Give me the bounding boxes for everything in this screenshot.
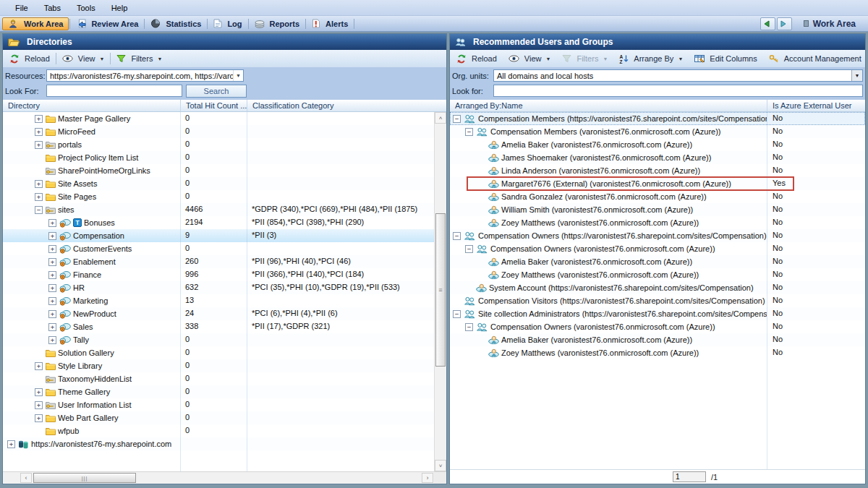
menu-tabs[interactable]: Tabs bbox=[36, 1, 69, 14]
table-row[interactable]: +Finance996*PII (366),*PHI (140),*PCI (1… bbox=[3, 268, 446, 281]
account-management-button[interactable]: Account Management ▼ bbox=[765, 53, 866, 64]
table-row[interactable]: +User Information List0 bbox=[3, 398, 446, 411]
expander-icon[interactable]: + bbox=[48, 271, 56, 279]
table-row[interactable]: −sites4466*GDPR (340),*PCI (669),*PHI (4… bbox=[3, 203, 446, 216]
tab-alerts[interactable]: Alerts bbox=[307, 17, 353, 30]
reload-button[interactable]: Reload bbox=[6, 53, 54, 65]
table-row[interactable]: +Enablement260*PII (96),*PHI (40),*PCI (… bbox=[3, 255, 446, 268]
table-row[interactable]: +Style Library0 bbox=[3, 359, 446, 372]
table-row[interactable]: Amelia Baker (varonistest76.onmicrosoft.… bbox=[450, 138, 865, 151]
table-row[interactable]: −Compensation Members (https://varoniste… bbox=[450, 112, 865, 125]
expander-icon[interactable]: − bbox=[465, 128, 473, 136]
table-row[interactable]: wfpub0 bbox=[3, 424, 446, 437]
tab-reports[interactable]: Reports bbox=[250, 17, 305, 30]
table-row[interactable]: −Site collection Administrators (https:/… bbox=[450, 307, 865, 320]
table-row[interactable]: +Sales338*PII (17),*GDPR (321) bbox=[3, 320, 446, 333]
column-header-directory[interactable]: Directory bbox=[3, 100, 180, 111]
table-row[interactable]: −Compensation Owners (varonistest76.onmi… bbox=[450, 320, 865, 333]
table-row[interactable]: −Compensation Owners (https://varonistes… bbox=[450, 229, 865, 242]
expander-icon[interactable]: + bbox=[35, 388, 43, 396]
scroll-left-arrow-icon[interactable]: ‹ bbox=[20, 473, 32, 483]
expander-icon[interactable]: + bbox=[35, 128, 43, 136]
horizontal-scrollbar[interactable]: ‹ ||| › bbox=[3, 471, 446, 484]
table-row[interactable]: Zoey Matthews (varonistest76.onmicrosoft… bbox=[450, 216, 865, 229]
table-row[interactable]: +Tally0 bbox=[3, 333, 446, 346]
column-header-is-azure-external-user[interactable]: Is Azure External User bbox=[767, 100, 865, 111]
expander-icon[interactable]: − bbox=[453, 310, 461, 318]
table-row[interactable]: +https://varonistest76-my.sharepoint.com bbox=[3, 437, 446, 450]
look-for-input[interactable] bbox=[46, 85, 182, 97]
resources-dropdown[interactable]: https://varonistest76-my.sharepoint.com,… bbox=[46, 69, 244, 82]
tab-statistics[interactable]: Statistics bbox=[145, 17, 206, 30]
view-button[interactable]: View ▼ bbox=[59, 53, 109, 64]
expander-icon[interactable]: + bbox=[7, 440, 15, 448]
scrollbar-thumb[interactable]: ||| bbox=[33, 473, 136, 483]
scroll-down-arrow-icon[interactable]: ˅ bbox=[435, 460, 446, 471]
table-row[interactable]: +Marketing13 bbox=[3, 294, 446, 307]
table-row[interactable]: +Site Assets0 bbox=[3, 177, 446, 190]
expander-icon[interactable]: + bbox=[48, 284, 56, 292]
expander-icon[interactable]: + bbox=[48, 245, 56, 253]
expander-icon[interactable]: + bbox=[48, 258, 56, 266]
table-row[interactable]: +MicroFeed0 bbox=[3, 125, 446, 138]
table-row[interactable]: Solution Gallery0 bbox=[3, 346, 446, 359]
search-button[interactable]: Search bbox=[186, 85, 247, 98]
menu-tools[interactable]: Tools bbox=[69, 1, 103, 14]
look-for-input[interactable] bbox=[493, 85, 863, 97]
table-row[interactable]: Zoey Matthews (varonistest76.onmicrosoft… bbox=[450, 346, 865, 359]
table-row[interactable]: −Compensation Members (varonistest76.onm… bbox=[450, 125, 865, 138]
vertical-scrollbar[interactable]: ˄ ≡ ˅ bbox=[434, 112, 446, 471]
scrollbar-thumb[interactable]: ≡ bbox=[435, 213, 446, 367]
table-row[interactable]: Linda Anderson (varonistest76.onmicrosof… bbox=[450, 164, 865, 177]
table-row[interactable]: +Web Part Gallery0 bbox=[3, 411, 446, 424]
expander-icon[interactable]: − bbox=[465, 245, 473, 253]
column-header-arranged-by-name[interactable]: Arranged By:Name bbox=[450, 100, 767, 111]
table-row[interactable]: Project Policy Item List0 bbox=[3, 151, 446, 164]
expander-icon[interactable]: + bbox=[48, 297, 56, 305]
table-row[interactable]: William Smith (varonistest76.onmicrosoft… bbox=[450, 203, 865, 216]
column-header-total-hit-count[interactable]: Total Hit Count ... bbox=[180, 100, 247, 111]
org-units-dropdown[interactable]: All domains and local hosts ▼ bbox=[493, 69, 863, 82]
expander-icon[interactable]: − bbox=[35, 206, 43, 214]
menu-file[interactable]: File bbox=[7, 1, 36, 14]
table-row[interactable]: +HR632*PCI (35),*PHI (10),*GDPR (19),*PI… bbox=[3, 281, 446, 294]
menu-help[interactable]: Help bbox=[103, 1, 136, 14]
view-button[interactable]: View ▼ bbox=[505, 53, 555, 64]
edit-columns-button[interactable]: Edit Columns bbox=[691, 53, 760, 64]
table-row[interactable]: +Site Pages0 bbox=[3, 190, 446, 203]
table-row[interactable]: Zoey Matthews (varonistest76.onmicrosoft… bbox=[450, 268, 865, 281]
expander-icon[interactable]: + bbox=[48, 310, 56, 318]
expander-icon[interactable]: + bbox=[35, 401, 43, 409]
expander-icon[interactable]: + bbox=[35, 141, 43, 149]
tab-work-area[interactable]: Work Area bbox=[2, 17, 69, 30]
scroll-right-arrow-icon[interactable]: › bbox=[422, 473, 433, 483]
expander-icon[interactable]: + bbox=[35, 180, 43, 188]
tab-log[interactable]: Log bbox=[208, 17, 247, 30]
table-row[interactable]: +portals0 bbox=[3, 138, 446, 151]
expander-icon[interactable]: + bbox=[35, 115, 43, 123]
table-row[interactable]: +CustomerEvents0 bbox=[3, 242, 446, 255]
expander-icon[interactable]: + bbox=[35, 193, 43, 201]
column-header-classification-category[interactable]: Classification Category bbox=[247, 100, 446, 111]
table-row[interactable]: +NewProduct24*PCI (6),*PHI (4),*PII (6) bbox=[3, 307, 446, 320]
expander-icon[interactable]: − bbox=[465, 323, 473, 331]
table-row[interactable]: TaxonomyHiddenList0 bbox=[3, 372, 446, 385]
table-row[interactable]: +TBonuses2194*PII (854),*PCI (398),*PHI … bbox=[3, 216, 446, 229]
expander-icon[interactable]: + bbox=[35, 414, 43, 422]
table-row[interactable]: James Shoemaker (varonistest76.onmicroso… bbox=[450, 151, 865, 164]
reload-button[interactable]: Reload bbox=[453, 53, 501, 65]
tab-review-area[interactable]: Review Area bbox=[71, 17, 143, 30]
expander-icon[interactable]: + bbox=[48, 336, 56, 344]
table-row[interactable]: +Compensation9*PII (3) bbox=[3, 229, 446, 242]
table-row[interactable]: +Master Page Gallery0 bbox=[3, 112, 446, 125]
expander-icon[interactable]: − bbox=[453, 115, 461, 123]
expander-icon[interactable]: + bbox=[48, 232, 56, 240]
table-row[interactable]: −Compensation Owners (varonistest76.onmi… bbox=[450, 242, 865, 255]
page-number-input[interactable] bbox=[673, 471, 706, 482]
expander-icon[interactable]: + bbox=[48, 323, 56, 331]
table-row[interactable]: Compensation Visitors (https://varoniste… bbox=[450, 294, 865, 307]
table-row[interactable]: SharePointHomeOrgLinks0 bbox=[3, 164, 446, 177]
nav-back-button[interactable] bbox=[760, 17, 775, 30]
table-row[interactable]: Amelia Baker (varonistest76.onmicrosoft.… bbox=[450, 255, 865, 268]
arrange-by-button[interactable]: AZ Arrange By ▼ bbox=[616, 53, 686, 65]
